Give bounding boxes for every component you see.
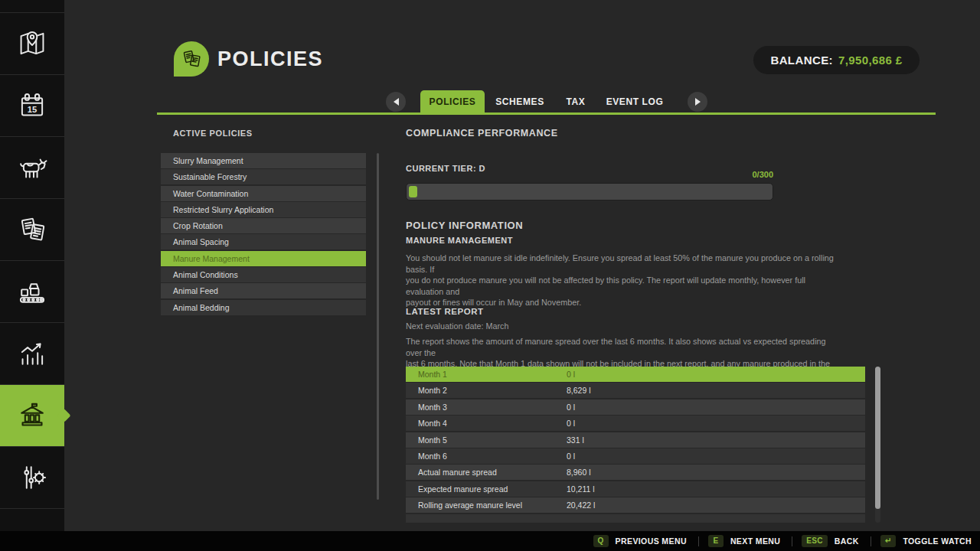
table-row[interactable]: Month 4 0 l [406, 416, 865, 431]
sidebar-spacer [0, 0, 64, 13]
policy-info-subheading: MANURE MANAGEMENT [406, 236, 513, 245]
map-icon [16, 28, 48, 60]
policy-list-item[interactable]: Restricted Slurry Application [161, 202, 366, 217]
policies-screen: 15 [0, 0, 980, 551]
sidebar-item-finances[interactable] [0, 385, 64, 447]
next-evaluation-date: Next evaluation date: March [406, 321, 835, 332]
bank-icon [16, 399, 48, 432]
tabs-next-button[interactable] [688, 92, 707, 112]
tab-schemes[interactable]: SCHEMES [494, 90, 546, 113]
policies-header-icon [174, 41, 209, 77]
sidebar-item-settings[interactable] [0, 447, 64, 509]
sidebar-item-map[interactable] [0, 13, 64, 75]
table-row[interactable]: Month 2 8,629 l [406, 383, 865, 398]
sidebar-item-calendar[interactable]: 15 [0, 75, 64, 137]
calendar-icon: 15 [16, 90, 48, 122]
key-q-badge: Q [593, 535, 609, 547]
policy-list-scrollbar[interactable] [377, 153, 379, 500]
report-table: Month 1 0 l Month 2 8,629 l Month 3 0 l … [406, 367, 865, 523]
hint-separator [871, 536, 871, 546]
policy-list-item[interactable]: Animal Conditions [161, 267, 366, 282]
table-row[interactable]: Month 6 0 l [406, 448, 865, 464]
hint-separator [792, 536, 792, 546]
table-row[interactable]: Month 3 0 l [406, 399, 865, 415]
policy-info-heading: POLICY INFORMATION [406, 220, 523, 231]
tab-underline [157, 112, 936, 115]
toggle-watch-hint: TOGGLE WATCH [903, 536, 972, 546]
policy-info-description: You should not let manure sit idle indef… [406, 253, 835, 308]
policy-list-item[interactable]: Animal Feed [161, 283, 366, 298]
table-row-selected[interactable]: Month 1 0 l [406, 367, 865, 382]
sidebar-item-production[interactable] [0, 261, 64, 323]
settings-icon [16, 461, 48, 494]
sidebar-item-contracts[interactable] [0, 199, 64, 261]
cow-icon [16, 152, 48, 184]
policy-list-item[interactable]: Water Contamination [161, 186, 366, 201]
report-table-scrollbar-track[interactable] [875, 367, 880, 523]
compliance-heading: COMPLIANCE PERFORMANCE [406, 128, 558, 139]
policy-list-item[interactable]: Sustainable Forestry [161, 169, 366, 184]
balance-label: BALANCE: [770, 54, 833, 67]
arrow-left-icon [394, 98, 399, 106]
sidebar-item-statistics[interactable] [0, 323, 64, 385]
latest-report-heading: LATEST REPORT [406, 307, 483, 316]
key-enter-badge: ↵ [880, 535, 897, 547]
sidebar-item-animals[interactable] [0, 137, 64, 199]
policy-list-item[interactable]: Animal Spacing [161, 234, 366, 249]
compliance-progress-bar [406, 183, 773, 201]
arrow-right-icon [695, 98, 701, 106]
tabs-prev-button[interactable] [386, 92, 406, 112]
policy-list-item[interactable]: Slurry Management [161, 153, 366, 168]
previous-menu-hint: PREVIOUS MENU [616, 536, 687, 546]
tab-event-log[interactable]: EVENT LOG [605, 90, 665, 113]
tab-tax[interactable]: TAX [556, 90, 596, 113]
table-row[interactable]: Actual manure spread 8,960 l [406, 465, 865, 480]
balance-value: 7,950,686 £ [838, 54, 903, 67]
report-table-scrollbar-thumb[interactable] [875, 367, 880, 509]
policy-list-item[interactable]: Crop Rotation [161, 218, 366, 233]
active-policies-heading: ACTIVE POLICIES [173, 129, 253, 138]
page-title: POLICIES [217, 47, 323, 71]
key-e-badge: E [708, 535, 724, 547]
statistics-icon [16, 337, 48, 370]
table-row[interactable]: Month 5 331 l [406, 432, 865, 448]
back-hint: BACK [835, 536, 859, 546]
footer-hint-bar: Q PREVIOUS MENU E NEXT MENU ESC BACK ↵ T… [0, 531, 980, 551]
table-row-partial[interactable] [406, 514, 865, 523]
production-icon [16, 276, 48, 308]
active-policies-list: Slurry Management Sustainable Forestry W… [161, 153, 366, 316]
policy-list-item[interactable]: Animal Bedding [161, 300, 366, 315]
next-menu-hint: NEXT MENU [730, 536, 780, 546]
table-row[interactable]: Rolling average manure level 20,422 l [406, 497, 865, 513]
current-tier-label: CURRENT TIER: D [406, 164, 485, 173]
documents-icon [16, 214, 48, 246]
tab-policies[interactable]: POLICIES [420, 90, 485, 113]
balance-badge: BALANCE: 7,950,686 £ [753, 46, 920, 74]
key-esc-badge: ESC [802, 535, 827, 547]
compliance-score: 0/300 [674, 170, 773, 179]
policies-documents-icon [180, 47, 203, 70]
compliance-progress-fill [409, 186, 417, 197]
svg-text:15: 15 [28, 105, 37, 114]
policy-list-item-selected[interactable]: Manure Management [161, 251, 366, 266]
hint-separator [698, 536, 699, 546]
sidebar: 15 [0, 0, 64, 531]
table-row[interactable]: Expected manure spread 10,211 l [406, 481, 865, 497]
